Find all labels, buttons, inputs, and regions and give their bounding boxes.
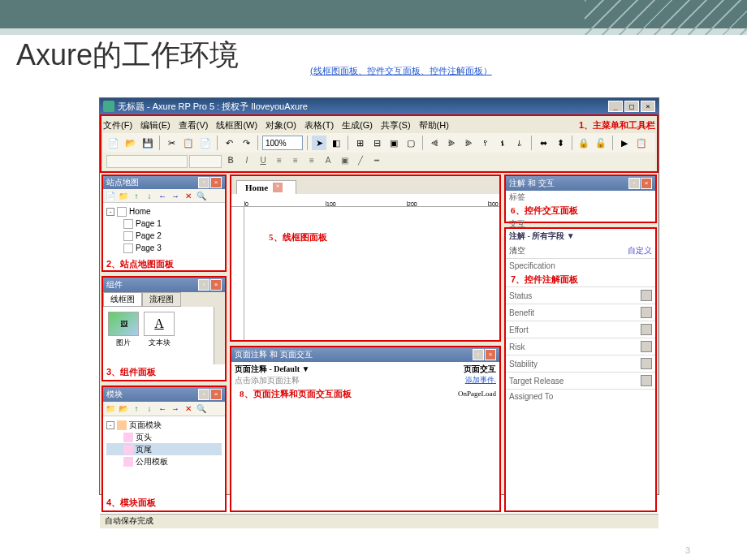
dropdown-icon[interactable] [641,375,652,386]
open-file-icon[interactable]: 📂 [123,136,138,150]
page-notes-placeholder[interactable]: 点击添加页面注释 [235,375,300,386]
delete-icon[interactable]: ✕ [183,403,194,415]
maximize-button[interactable]: □ [624,101,639,112]
align-bottom-icon[interactable]: ⫰ [512,136,527,150]
panel-collapse-icon[interactable]: ▫ [473,349,484,360]
lock-icon[interactable]: 🔒 [576,136,591,150]
tree-root-home[interactable]: - Home [106,205,222,218]
move-down-icon[interactable]: ↓ [144,190,155,201]
align-middle-icon[interactable]: ⫮ [495,136,510,150]
field-effort[interactable]: Effort [506,321,655,338]
indent-icon[interactable]: → [170,190,181,201]
clear-link[interactable]: 清空 [509,245,525,256]
shape-icon[interactable]: ◧ [329,136,343,150]
widget-text[interactable]: A 文本块 [144,312,175,360]
horizontal-ruler[interactable]: 0 100 200 300 [231,194,499,207]
menu-generate[interactable]: 生成(G) [342,119,373,131]
copy-icon[interactable]: 📋 [181,136,196,150]
pointer-icon[interactable]: ➤ [312,136,326,150]
field-status[interactable]: Status [506,286,655,304]
align-left-icon[interactable]: ⫷ [427,136,442,150]
custom-link[interactable]: 自定义 [628,245,652,256]
field-target-release[interactable]: Target Release [506,372,655,389]
page-notes-dropdown[interactable]: 页面注释 - Default ▼ [235,364,309,375]
tab-flowchart[interactable]: 流程图 [142,292,181,307]
new-file-icon[interactable]: 📄 [106,136,121,150]
align-top-icon[interactable]: ⫯ [478,136,493,150]
dropdown-icon[interactable] [641,290,652,301]
fill-color-icon[interactable]: ▣ [337,155,352,168]
text-align-right-icon[interactable]: ≡ [304,155,319,168]
menu-view[interactable]: 查看(V) [179,119,209,131]
outdent-icon[interactable]: ← [157,190,168,201]
expand-icon[interactable]: - [106,208,114,216]
ungroup-icon[interactable]: ⊟ [369,136,384,150]
menu-edit[interactable]: 编辑(E) [140,119,171,131]
close-button[interactable]: × [641,101,655,112]
tree-root-masters[interactable]: - 页面模块 [106,419,222,431]
tree-item-page3[interactable]: Page 3 [106,242,222,254]
unlock-icon[interactable]: 🔓 [594,136,608,150]
panel-close-icon[interactable]: × [641,178,652,189]
search-icon[interactable]: 🔍 [196,403,207,415]
save-icon[interactable]: 💾 [140,136,155,150]
panel-close-icon[interactable]: × [210,279,222,291]
dropdown-icon[interactable] [641,358,652,369]
menu-share[interactable]: 共享(S) [381,119,411,131]
expand-icon[interactable]: - [106,421,114,429]
canvas-tab-home[interactable]: Home × [236,180,296,194]
menu-help[interactable]: 帮助(H) [419,119,449,131]
field-assigned-to[interactable]: Assigned To [506,389,655,403]
add-master-icon[interactable]: 📁 [105,403,116,415]
add-folder-icon[interactable]: 📁 [118,190,129,201]
front-icon[interactable]: ▣ [386,136,401,150]
text-color-icon[interactable]: A [321,155,335,168]
slide-subtitle-link[interactable]: (线框图面板、控件交互面板、控件注解面板） [310,65,492,77]
spec-icon[interactable]: 📋 [634,136,649,150]
line-style-icon[interactable]: ━ [369,155,384,168]
align-center-icon[interactable]: ⫸ [444,136,459,150]
font-size-select[interactable] [189,155,222,168]
dropdown-icon[interactable] [641,324,652,335]
align-right-icon[interactable]: ⫸ [461,136,476,150]
dropdown-icon[interactable] [641,341,652,352]
tree-item-footer[interactable]: 页尾 [106,443,222,455]
menu-object[interactable]: 对象(O) [266,119,296,131]
zoom-input[interactable]: 100% [262,136,303,150]
field-benefit[interactable]: Benefit [506,304,655,321]
tree-item-page2[interactable]: Page 2 [106,230,222,242]
text-align-left-icon[interactable]: ≡ [272,155,287,168]
panel-collapse-icon[interactable]: ▫ [198,389,209,400]
move-up-icon[interactable]: ↑ [131,190,142,201]
preview-icon[interactable]: ▶ [617,136,632,150]
add-page-icon[interactable]: 📄 [105,190,116,201]
menu-file[interactable]: 文件(F) [103,119,132,131]
bold-icon[interactable]: B [223,155,238,168]
delete-page-icon[interactable]: ✕ [183,190,194,201]
panel-collapse-icon[interactable]: ▫ [628,178,640,189]
back-icon[interactable]: ▢ [404,136,418,150]
widget-scrollbar[interactable] [214,307,225,364]
panel-collapse-icon[interactable]: ▫ [198,177,209,188]
dropdown-icon[interactable] [641,307,652,318]
menu-table[interactable]: 表格(T) [304,119,334,131]
undo-icon[interactable]: ↶ [222,136,236,150]
tree-item-page1[interactable]: Page 1 [106,218,222,230]
panel-close-icon[interactable]: × [485,349,496,360]
panel-close-icon[interactable]: × [210,177,222,188]
indent-icon[interactable]: → [170,403,181,415]
redo-icon[interactable]: ↷ [239,136,253,150]
tree-item-template[interactable]: 公用模板 [106,455,222,467]
distribute-h-icon[interactable]: ⬌ [536,136,551,150]
move-down-icon[interactable]: ↓ [144,403,155,415]
tab-wireframe[interactable]: 线框图 [103,292,142,307]
wireframe-canvas[interactable]: 5、线框图面板 [244,207,499,340]
add-event-link[interactable]: 添加事件. [465,375,496,386]
move-up-icon[interactable]: ↑ [131,403,142,415]
underline-icon[interactable]: U [256,155,270,168]
distribute-v-icon[interactable]: ⬍ [553,136,568,150]
tab-close-icon[interactable]: × [273,183,283,192]
panel-collapse-icon[interactable]: ▫ [198,279,209,291]
text-align-center-icon[interactable]: ≡ [288,155,303,168]
outdent-icon[interactable]: ← [157,403,168,415]
